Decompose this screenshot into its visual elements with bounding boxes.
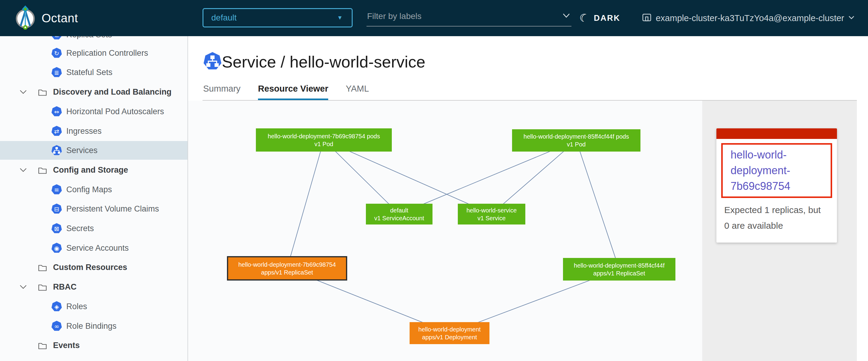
sidebar-item-label: Config Maps	[66, 180, 112, 199]
sidebar-item-config-maps[interactable]: ≡Config Maps	[0, 180, 187, 199]
node-kind: apps/v1 ReplicaSet	[593, 269, 645, 277]
selected-resource-box: hello-world-deployment-7b69c98754	[721, 143, 832, 198]
sidebar-item-horizontal-pod-autoscalers[interactable]: ⇔Horizontal Pod Autoscalers	[0, 102, 187, 121]
octant-compass-logo[interactable]	[15, 4, 36, 31]
svg-text:⊠: ⊠	[54, 225, 59, 232]
node-label: hello-world-deployment-7b69c98754 pods	[268, 132, 380, 140]
sidebar-item-replica-sets[interactable]: ⧉Replica Sets	[0, 36, 187, 44]
theme-toggle-label: DARK	[594, 13, 620, 23]
folder-icon	[38, 341, 47, 351]
svg-text:∞: ∞	[54, 323, 59, 330]
error-status-bar	[716, 128, 837, 139]
tab-summary[interactable]: Summary	[203, 84, 241, 99]
theme-toggle[interactable]: ☾ DARK	[579, 0, 620, 36]
service-accounts-icon: ◉	[51, 242, 62, 255]
namespace-value: default	[211, 13, 237, 23]
resource-link[interactable]: hello-world-deployment-7b69c98754	[731, 147, 828, 194]
sidebar-item-secrets[interactable]: ⊠Secrets	[0, 219, 187, 238]
label-filter-input[interactable]: Filter by labels	[367, 9, 571, 27]
node-label: hello-world-service	[467, 206, 517, 214]
secrets-icon: ⊠	[51, 223, 62, 235]
sidebar-item-label: Replica Sets	[66, 36, 112, 44]
ingresses-icon: ⇄	[51, 126, 62, 138]
sidebar-item-ingresses[interactable]: ⇄Ingresses	[0, 122, 187, 140]
k8s-service-icon	[203, 52, 222, 72]
node-label: default	[390, 206, 408, 214]
node-kind: v1 ServiceAccount	[374, 214, 424, 222]
sidebar-item-custom-resources[interactable]: Custom Resources	[0, 258, 187, 276]
graph-node-pod-right[interactable]: hello-world-deployment-85ff4cf44f podsv1…	[512, 129, 641, 152]
sidebar-item-label: Stateful Sets	[66, 63, 113, 81]
label-filter-placeholder: Filter by labels	[367, 11, 422, 21]
sidebar-item-label: Replication Controllers	[66, 44, 148, 62]
graph-node-pod-left[interactable]: hello-world-deployment-7b69c98754 podsv1…	[256, 128, 392, 152]
chevron-down-icon[interactable]	[562, 13, 570, 20]
moon-icon: ☾	[578, 11, 590, 25]
replica-sets-icon: ⧉	[51, 36, 62, 41]
detail-panel: hello-world-deployment-7b69c98754 Expect…	[702, 101, 857, 361]
status-message: Expected 1 replicas, but 0 are available	[724, 202, 832, 233]
sidebar-item-role-bindings[interactable]: ∞Role Bindings	[0, 317, 187, 335]
namespace-dropdown[interactable]: default ▼	[203, 8, 352, 27]
svg-text:⧉: ⧉	[55, 36, 59, 39]
roles-icon: ◈	[51, 301, 62, 313]
cluster-icon	[642, 13, 652, 24]
node-kind: v1 Service	[477, 214, 505, 222]
role-bindings-icon: ∞	[51, 321, 62, 333]
graph-node-replicaset-new[interactable]: hello-world-deployment-85ff4cf44fapps/v1…	[563, 258, 675, 281]
graph-node-replicaset-old[interactable]: hello-world-deployment-7b69c98754apps/v1…	[227, 256, 347, 281]
tab-resource-viewer[interactable]: Resource Viewer	[258, 84, 328, 100]
services-icon	[51, 145, 62, 157]
page-header: Service / hello-world-service	[203, 52, 425, 72]
tab-bar: SummaryResource ViewerYAML	[203, 84, 386, 100]
sidebar-item-config-and-storage[interactable]: Config and Storage	[0, 161, 187, 179]
context-name: example-cluster-ka3TuTzYo4a@example-clus…	[656, 13, 844, 23]
sidebar-item-services[interactable]: Services	[0, 141, 187, 160]
chevron-down-icon[interactable]	[19, 167, 27, 174]
sidebar-item-label: Role Bindings	[66, 317, 117, 335]
chevron-down-icon[interactable]	[19, 284, 27, 291]
caret-down-icon: ▼	[337, 14, 343, 21]
persistent-volume-claims-icon: ⊟	[51, 203, 62, 216]
svg-text:⊟: ⊟	[54, 205, 59, 213]
sidebar-item-label: Discovery and Load Balancing	[53, 83, 172, 101]
context-selector[interactable]: example-cluster-ka3TuTzYo4a@example-clus…	[642, 0, 855, 36]
node-label: hello-world-deployment-85ff4cf44f pods	[524, 133, 629, 140]
sidebar-item-replication-controllers[interactable]: ↻Replication Controllers	[0, 44, 187, 62]
node-label: hello-world-deployment-85ff4cf44f	[574, 262, 664, 269]
tab-yaml[interactable]: YAML	[346, 84, 369, 99]
sidebar-item-rbac[interactable]: RBAC	[0, 277, 187, 296]
sidebar-item-label: Ingresses	[66, 122, 101, 140]
sidebar-item-label: Secrets	[66, 219, 94, 238]
node-kind: v1 Pod	[567, 140, 586, 148]
graph-node-service[interactable]: hello-world-servicev1 Service	[458, 204, 525, 225]
sidebar-item-discovery-and-load-balancing[interactable]: Discovery and Load Balancing	[0, 83, 187, 101]
node-kind: apps/v1 ReplicaSet	[261, 268, 313, 276]
sidebar-item-label: Events	[53, 336, 80, 355]
sidebar-item-service-accounts[interactable]: ◉Service Accounts	[0, 239, 187, 257]
page-title: Service / hello-world-service	[222, 53, 425, 71]
svg-text:≣: ≣	[54, 69, 59, 76]
graph-node-service-account[interactable]: defaultv1 ServiceAccount	[366, 204, 433, 225]
sidebar-item-label: Services	[66, 141, 98, 160]
folder-icon	[38, 263, 47, 273]
svg-text:◉: ◉	[54, 245, 59, 252]
sidebar-item-roles[interactable]: ◈Roles	[0, 297, 187, 316]
sidebar-nav: ⧉Replica Sets↻Replication Controllers≣St…	[0, 36, 188, 361]
resource-viewer-graph: hello-world-deployment-7b69c98754 podsv1…	[188, 101, 702, 361]
chevron-down-icon[interactable]	[19, 89, 27, 96]
node-kind: v1 Pod	[314, 140, 333, 148]
sidebar-item-persistent-volume-claims[interactable]: ⊟Persistent Volume Claims	[0, 199, 187, 218]
sidebar-item-label: RBAC	[53, 277, 76, 296]
svg-text:◈: ◈	[54, 303, 59, 310]
folder-icon	[38, 283, 47, 292]
config-maps-icon: ≡	[51, 184, 62, 196]
sidebar-item-stateful-sets[interactable]: ≣Stateful Sets	[0, 63, 187, 81]
sidebar-item-label: Config and Storage	[53, 161, 128, 179]
main-content: Service / hello-world-service SummaryRes…	[188, 36, 868, 361]
sidebar-item-label: Persistent Volume Claims	[66, 199, 159, 218]
graph-node-deployment[interactable]: hello-world-deploymentapps/v1 Deployment	[410, 322, 490, 344]
sidebar-item-events[interactable]: Events	[0, 336, 187, 355]
status-card: hello-world-deployment-7b69c98754 Expect…	[716, 128, 837, 242]
sidebar-item-label: Custom Resources	[53, 258, 127, 276]
